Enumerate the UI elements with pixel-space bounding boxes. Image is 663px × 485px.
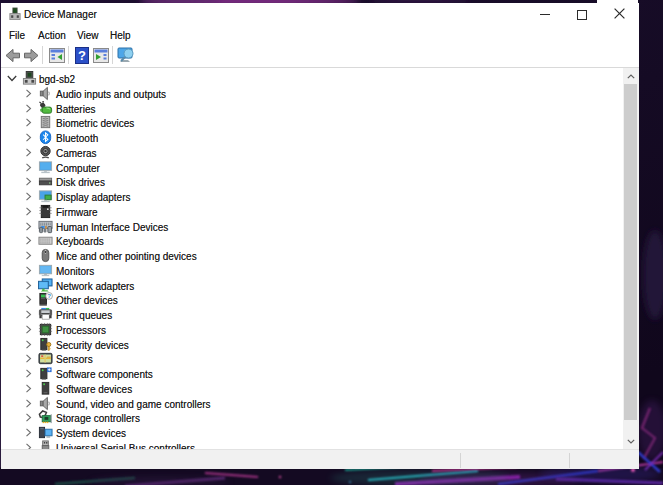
svg-text:?: ?	[47, 293, 51, 300]
svg-text:?: ?	[78, 48, 86, 63]
